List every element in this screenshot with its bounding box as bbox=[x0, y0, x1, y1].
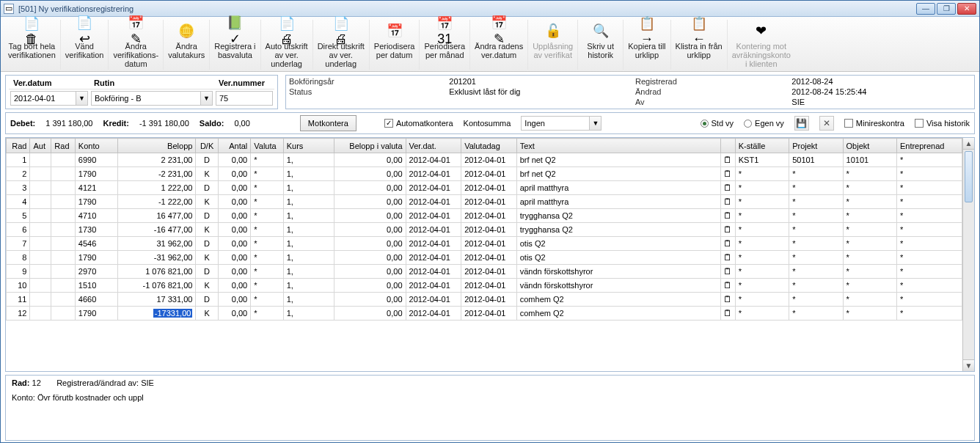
cell-dk[interactable]: K bbox=[196, 307, 218, 321]
column-header-kurs[interactable]: Kurs bbox=[283, 139, 334, 153]
vernummer-input[interactable]: 75 bbox=[216, 91, 273, 106]
cell-objekt[interactable]: * bbox=[843, 195, 896, 209]
cell-rad[interactable]: 10 bbox=[7, 279, 30, 293]
table-row[interactable]: 5471016 477,00D0,00*1,0,002012-04-012012… bbox=[7, 209, 962, 223]
cell-text[interactable]: otis Q2 bbox=[516, 251, 720, 265]
cell-kstalle[interactable]: * bbox=[735, 251, 789, 265]
cell-aut[interactable] bbox=[30, 209, 51, 223]
stdvy-radio[interactable]: Std vy bbox=[701, 119, 734, 128]
cell-verdat[interactable]: 2012-04-01 bbox=[406, 279, 461, 293]
cell-antal[interactable]: 0,00 bbox=[218, 251, 250, 265]
table-row[interactable]: 101510-1 076 821,00K0,00*1,0,002012-04-0… bbox=[7, 279, 962, 293]
kontosumma-dropdown-icon[interactable]: ▼ bbox=[590, 116, 601, 131]
scroll-thumb[interactable] bbox=[965, 151, 973, 202]
cell-dk[interactable]: D bbox=[196, 265, 218, 279]
table-row[interactable]: 341211 222,00D0,00*1,0,002012-04-012012-… bbox=[7, 181, 962, 195]
cell-rad2[interactable] bbox=[51, 265, 75, 279]
cell-konto[interactable]: 1790 bbox=[75, 307, 117, 321]
cell-valuta[interactable]: * bbox=[251, 223, 283, 237]
cell-verdat[interactable]: 2012-04-01 bbox=[406, 153, 461, 167]
toolbar-button[interactable]: 🔍Skriv ut historik bbox=[578, 20, 624, 70]
cell-belopp-i-valuta[interactable]: 0,00 bbox=[334, 307, 406, 321]
table-row[interactable]: 169902 231,00D0,00*1,0,002012-04-012012-… bbox=[7, 153, 962, 167]
cell-entreprenad[interactable]: * bbox=[896, 153, 962, 167]
save-icon[interactable]: 💾 bbox=[794, 116, 809, 131]
cell-konto[interactable]: 4121 bbox=[75, 181, 117, 195]
cell-rad2[interactable] bbox=[51, 209, 75, 223]
cell-kstalle[interactable]: * bbox=[735, 279, 789, 293]
cell-projekt[interactable]: * bbox=[789, 209, 843, 223]
cell-entreprenad[interactable]: * bbox=[896, 223, 962, 237]
cell-belopp-i-valuta[interactable]: 0,00 bbox=[334, 237, 406, 251]
cell-projekt[interactable]: * bbox=[789, 167, 843, 181]
cell-dk[interactable]: K bbox=[196, 251, 218, 265]
column-header-entreprenad[interactable]: Entreprenad bbox=[896, 139, 962, 153]
toolbar-button[interactable]: 📗✓Registrera i basvaluta bbox=[210, 20, 260, 70]
cell-aut[interactable] bbox=[30, 265, 51, 279]
column-header-projekt[interactable]: Projekt bbox=[789, 139, 843, 153]
column-header-belopp[interactable]: Belopp bbox=[117, 139, 196, 153]
cell-text[interactable]: comhem Q2 bbox=[516, 307, 720, 321]
column-header-valutadag[interactable]: Valutadag bbox=[461, 139, 517, 153]
cell-verdat[interactable]: 2012-04-01 bbox=[406, 167, 461, 181]
cell-valutadag[interactable]: 2012-04-01 bbox=[461, 167, 517, 181]
cell-antal[interactable]: 0,00 bbox=[218, 279, 250, 293]
cell-rad[interactable]: 7 bbox=[7, 237, 30, 251]
toolbar-button[interactable]: 📄↩Vänd verifikation bbox=[61, 20, 109, 70]
cell-konto[interactable]: 1790 bbox=[75, 167, 117, 181]
cell-rad2[interactable] bbox=[51, 237, 75, 251]
toolbar-button[interactable]: 📄🖨Auto utskrift av ver. underlag bbox=[261, 20, 313, 70]
cell-entreprenad[interactable]: * bbox=[896, 195, 962, 209]
cell-note[interactable]: 🗒 bbox=[720, 223, 735, 237]
vertical-scrollbar[interactable]: ▲ ▼ bbox=[962, 138, 974, 371]
cell-rad2[interactable] bbox=[51, 223, 75, 237]
cell-verdat[interactable]: 2012-04-01 bbox=[406, 251, 461, 265]
cell-rad2[interactable] bbox=[51, 279, 75, 293]
column-header-valuta[interactable]: Valuta bbox=[251, 139, 283, 153]
cell-belopp[interactable]: -1 076 821,00 bbox=[117, 279, 196, 293]
cell-antal[interactable]: 0,00 bbox=[218, 293, 250, 307]
cell-rad[interactable]: 1 bbox=[7, 153, 30, 167]
cell-objekt[interactable]: * bbox=[843, 223, 896, 237]
cell-konto[interactable]: 1510 bbox=[75, 279, 117, 293]
cell-valuta[interactable]: * bbox=[251, 265, 283, 279]
table-row[interactable]: 41790-1 222,00K0,00*1,0,002012-04-012012… bbox=[7, 195, 962, 209]
cell-belopp-i-valuta[interactable]: 0,00 bbox=[334, 293, 406, 307]
column-header-text[interactable]: Text bbox=[516, 139, 720, 153]
cell-kstalle[interactable]: * bbox=[735, 209, 789, 223]
toolbar-button[interactable]: 📋←Klistra in från urklipp bbox=[671, 20, 728, 70]
column-header-rad[interactable]: Rad bbox=[7, 139, 30, 153]
cell-rad[interactable]: 3 bbox=[7, 181, 30, 195]
cell-objekt[interactable]: * bbox=[843, 265, 896, 279]
cell-valuta[interactable]: * bbox=[251, 251, 283, 265]
cell-antal[interactable]: 0,00 bbox=[218, 265, 250, 279]
toolbar-button[interactable]: 📄🗑Tag bort hela verifikationen bbox=[4, 20, 61, 70]
cell-projekt[interactable]: * bbox=[789, 195, 843, 209]
column-header-konto[interactable]: Konto bbox=[75, 139, 117, 153]
cell-kurs[interactable]: 1, bbox=[283, 237, 334, 251]
minimize-button[interactable]: — bbox=[916, 3, 935, 15]
cell-belopp[interactable]: 1 222,00 bbox=[117, 181, 196, 195]
cell-rad2[interactable] bbox=[51, 181, 75, 195]
table-row[interactable]: 61730-16 477,00K0,00*1,0,002012-04-01201… bbox=[7, 223, 962, 237]
cell-valuta[interactable]: * bbox=[251, 153, 283, 167]
cell-kurs[interactable]: 1, bbox=[283, 265, 334, 279]
column-header-beloppvaluta[interactable]: Belopp i valuta bbox=[334, 139, 406, 153]
cell-belopp-i-valuta[interactable]: 0,00 bbox=[334, 223, 406, 237]
column-header-verdat[interactable]: Ver.dat. bbox=[406, 139, 461, 153]
cell-belopp-i-valuta[interactable]: 0,00 bbox=[334, 209, 406, 223]
cell-text[interactable]: trygghansa Q2 bbox=[516, 223, 720, 237]
cell-belopp[interactable]: -17331,00 bbox=[117, 307, 196, 321]
column-header-rad2[interactable]: Rad bbox=[51, 139, 75, 153]
cell-entreprenad[interactable]: * bbox=[896, 167, 962, 181]
cell-projekt[interactable]: * bbox=[789, 251, 843, 265]
table-row[interactable]: 81790-31 962,00K0,00*1,0,002012-04-01201… bbox=[7, 251, 962, 265]
cell-valuta[interactable]: * bbox=[251, 293, 283, 307]
cell-entreprenad[interactable]: * bbox=[896, 307, 962, 321]
cell-kstalle[interactable]: * bbox=[735, 237, 789, 251]
close-button[interactable]: ✕ bbox=[957, 3, 976, 15]
cell-konto[interactable]: 4660 bbox=[75, 293, 117, 307]
cell-text[interactable]: brf net Q2 bbox=[516, 167, 720, 181]
cell-text[interactable]: comhem Q2 bbox=[516, 293, 720, 307]
verdatum-input[interactable]: 2012-04-01 bbox=[10, 91, 76, 106]
